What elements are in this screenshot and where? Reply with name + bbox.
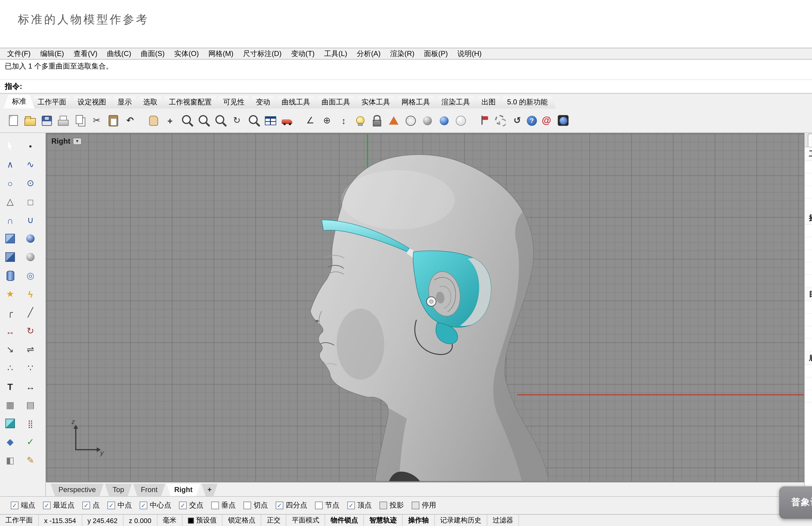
move-tool-icon[interactable]: ↔ bbox=[2, 323, 18, 339]
osnap-endpoint[interactable]: ✓端点 bbox=[11, 500, 35, 510]
ribbon-tab-standard[interactable]: 标准 bbox=[3, 95, 34, 108]
osnap-perpendicular[interactable]: 垂点 bbox=[211, 500, 236, 510]
menu-surface[interactable]: 曲面(S) bbox=[136, 48, 170, 59]
panel-tab-properties[interactable]: 属 bbox=[808, 134, 812, 147]
command-prompt[interactable]: 指令: bbox=[0, 79, 812, 94]
cplane-tool-icon[interactable]: ◆ bbox=[2, 434, 18, 450]
surface-sphere-icon[interactable] bbox=[23, 231, 38, 246]
paste-icon[interactable] bbox=[106, 113, 120, 128]
status-cplane[interactable]: 工作平面 bbox=[0, 515, 39, 526]
surface-plane-icon[interactable] bbox=[2, 231, 18, 246]
status-grid-snap[interactable]: 锁定格点 bbox=[223, 515, 261, 526]
render-globe-icon[interactable] bbox=[556, 113, 570, 128]
menu-view[interactable]: 查看(V) bbox=[69, 48, 102, 59]
torus-icon[interactable]: ◎ bbox=[23, 268, 38, 283]
ribbon-tab-transform[interactable]: 变动 bbox=[247, 96, 278, 108]
curve-blend-icon[interactable]: ∪ bbox=[23, 213, 38, 228]
status-record-history[interactable]: 记录建构历史 bbox=[435, 515, 487, 526]
osnap-center[interactable]: ✓中心点 bbox=[140, 500, 171, 510]
rectangle-icon[interactable]: □ bbox=[23, 194, 38, 209]
status-units[interactable]: 毫米 bbox=[157, 515, 183, 526]
menu-mesh[interactable]: 网格(M) bbox=[204, 48, 238, 59]
checkbox-icon[interactable]: ✓ bbox=[179, 501, 187, 509]
cut-icon[interactable]: ✂ bbox=[89, 113, 104, 128]
annotate-pencil-icon[interactable]: ✎ bbox=[23, 453, 38, 468]
dimension-icon[interactable]: ↔ bbox=[23, 379, 38, 394]
ribbon-tab-visibility[interactable]: 可见性 bbox=[215, 96, 253, 108]
checkbox-icon[interactable]: ✓ bbox=[11, 501, 18, 509]
move-icon[interactable]: + bbox=[163, 113, 177, 128]
menu-curve[interactable]: 曲线(C) bbox=[102, 48, 136, 59]
save-icon[interactable] bbox=[39, 113, 54, 128]
checkbox-icon[interactable]: ✓ bbox=[107, 501, 115, 509]
ribbon-tab-viewport-layout[interactable]: 工作视窗配置 bbox=[160, 96, 220, 108]
ribbon-tab-setview[interactable]: 设定视图 bbox=[69, 96, 115, 108]
rotate-view-icon[interactable]: ↻ bbox=[230, 113, 244, 128]
circle-icon[interactable]: ○ bbox=[2, 175, 18, 191]
fillet-icon[interactable]: ╭ bbox=[2, 305, 18, 320]
point-cloud-icon[interactable]: ⣿ bbox=[23, 415, 38, 431]
command-history[interactable]: 已加入 1 个多重曲面至选取集合。 bbox=[0, 60, 812, 79]
object-direction-icon[interactable]: ↕ bbox=[336, 113, 351, 128]
wireframe-mode-icon[interactable] bbox=[403, 113, 418, 128]
history-icon[interactable]: ↺ bbox=[510, 113, 524, 128]
checkbox-icon[interactable] bbox=[211, 501, 219, 509]
visibility-lamp-icon[interactable] bbox=[353, 113, 367, 128]
ribbon-tab-render-tools[interactable]: 渲染工具 bbox=[433, 96, 478, 108]
menu-file[interactable]: 文件(F) bbox=[2, 48, 35, 59]
points-on-icon[interactable]: ∴ bbox=[2, 360, 18, 376]
tab-top[interactable]: Top bbox=[105, 484, 132, 496]
new-file-icon[interactable] bbox=[6, 113, 20, 128]
osnap-vertex[interactable]: ✓顶点 bbox=[347, 500, 372, 510]
shade-tool-icon[interactable]: ◧ bbox=[2, 453, 18, 468]
viewport-title[interactable]: Right ▼ bbox=[51, 137, 82, 145]
rendered-mode-icon[interactable] bbox=[437, 113, 451, 128]
menu-panels[interactable]: 面板(P) bbox=[419, 48, 453, 59]
osnap-intersection[interactable]: ✓交点 bbox=[179, 500, 203, 510]
control-curve-icon[interactable]: ∿ bbox=[23, 157, 38, 172]
menu-solid[interactable]: 实体(O) bbox=[169, 48, 204, 59]
check-tool-icon[interactable]: ✓ bbox=[23, 434, 38, 450]
checkbox-icon[interactable]: ✓ bbox=[82, 501, 90, 509]
menu-render[interactable]: 渲染(R) bbox=[386, 48, 419, 59]
arc-icon[interactable]: ∩ bbox=[2, 213, 18, 228]
select-cursor-icon[interactable] bbox=[2, 138, 18, 154]
ribbon-tab-solid-tools[interactable]: 实体工具 bbox=[353, 96, 398, 108]
checkbox-icon[interactable]: ✓ bbox=[140, 501, 147, 509]
menu-tools[interactable]: 工具(L) bbox=[319, 48, 352, 59]
checkbox-icon[interactable] bbox=[412, 501, 420, 509]
print-icon[interactable] bbox=[56, 113, 70, 128]
menu-dimension[interactable]: 尺寸标注(D) bbox=[238, 48, 286, 59]
mirror-tool-icon[interactable]: ⇌ bbox=[23, 342, 38, 357]
surface-box-teal-icon[interactable] bbox=[2, 415, 18, 431]
shaded-mode-icon[interactable] bbox=[420, 113, 434, 128]
pan-hand-icon[interactable] bbox=[146, 113, 160, 128]
status-planar[interactable]: 平面模式 bbox=[287, 515, 325, 526]
array-icon[interactable]: ▦ bbox=[2, 397, 18, 413]
ghosted-mode-icon[interactable] bbox=[453, 113, 468, 128]
help-icon[interactable]: ? bbox=[527, 115, 537, 126]
status-osnap[interactable]: 物件锁点 bbox=[325, 515, 364, 526]
checkbox-icon[interactable] bbox=[379, 501, 387, 509]
rotate-tool-icon[interactable]: ↻ bbox=[23, 323, 38, 339]
polygon-icon[interactable]: △ bbox=[2, 194, 18, 209]
status-ortho[interactable]: 正交 bbox=[261, 515, 287, 526]
osnap-disable[interactable]: 停用 bbox=[412, 500, 436, 510]
solid-sphere-icon[interactable] bbox=[23, 249, 38, 265]
ribbon-tab-select[interactable]: 选取 bbox=[135, 96, 166, 108]
checkbox-icon[interactable]: ✓ bbox=[43, 501, 51, 509]
status-active-layer[interactable]: 预设值 bbox=[183, 515, 223, 526]
osnap-project[interactable]: 投影 bbox=[379, 500, 404, 510]
curve-spiral-icon[interactable]: @ bbox=[539, 113, 554, 128]
head-model[interactable] bbox=[47, 134, 804, 481]
ribbon-tab-cplane[interactable]: 工作平面 bbox=[29, 96, 74, 108]
zoom-window-icon[interactable] bbox=[196, 113, 211, 128]
menu-edit[interactable]: 编辑(E) bbox=[35, 48, 69, 59]
copy-page-icon[interactable] bbox=[73, 113, 87, 128]
ribbon-tab-surface-tools[interactable]: 曲面工具 bbox=[313, 96, 359, 108]
status-smarttrack[interactable]: 智慧轨迹 bbox=[364, 515, 403, 526]
new-viewport-tab[interactable]: + bbox=[202, 484, 218, 496]
cylinder-icon[interactable] bbox=[2, 268, 18, 283]
scale-tool-icon[interactable]: ↘ bbox=[2, 342, 18, 357]
osnap-near[interactable]: ✓最近点 bbox=[43, 500, 74, 510]
